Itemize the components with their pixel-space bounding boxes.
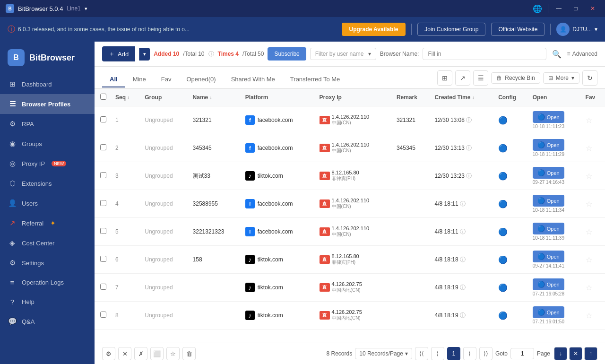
open-button[interactable]: 🔵 Open — [533, 278, 564, 290]
join-customer-group-button[interactable]: Join Customer Group — [417, 23, 485, 36]
row-checkbox-cell[interactable] — [95, 302, 112, 329]
open-button[interactable]: 🔵 Open — [533, 223, 564, 234]
row-checkbox[interactable] — [100, 228, 106, 234]
config-cell[interactable]: 🔵 — [494, 106, 529, 134]
first-page-button[interactable]: ⟨⟨ — [415, 347, 428, 360]
batch-open-button[interactable]: ⚙ — [102, 347, 115, 360]
subscribe-button[interactable]: Subscribe — [268, 47, 306, 61]
last-page-button[interactable]: ⟩⟩ — [479, 347, 493, 360]
seq-sort-icon[interactable]: ↕ — [127, 95, 130, 100]
row-checkbox[interactable] — [100, 256, 106, 262]
add-dropdown-button[interactable]: ▾ — [139, 48, 150, 61]
fav-star-button[interactable]: ☆ — [586, 284, 592, 292]
close-button[interactable]: ✕ — [586, 4, 599, 13]
batch-trash-button[interactable]: 🗑 — [182, 347, 196, 360]
time-info-icon[interactable]: ⓘ — [460, 312, 466, 319]
row-checkbox[interactable] — [100, 200, 106, 206]
time-info-icon[interactable]: ⓘ — [460, 228, 466, 235]
row-checkbox[interactable] — [100, 116, 106, 122]
official-website-button[interactable]: Official Website — [491, 23, 544, 36]
row-checkbox[interactable] — [100, 144, 106, 150]
sidebar-item-qna[interactable]: 💬 Q&A — [0, 312, 95, 331]
batch-delete-button[interactable]: ✗ — [134, 347, 147, 360]
maximize-button[interactable]: □ — [569, 4, 582, 13]
fav-star-button[interactable]: ☆ — [586, 116, 592, 124]
open-button[interactable]: 🔵 Open — [533, 195, 564, 207]
tab-fav[interactable]: Fav — [154, 72, 179, 87]
fingerprint-icon[interactable]: 🔵 — [498, 312, 508, 320]
fingerprint-icon[interactable]: 🔵 — [498, 200, 508, 208]
row-checkbox-cell[interactable] — [95, 274, 112, 302]
row-checkbox-cell[interactable] — [95, 246, 112, 274]
goto-page-input[interactable] — [510, 348, 534, 359]
sidebar-item-groups[interactable]: ◉ Groups — [0, 134, 95, 154]
fingerprint-icon[interactable]: 🔵 — [498, 284, 508, 292]
minimize-button[interactable]: — — [552, 4, 565, 13]
browser-name-input[interactable] — [423, 48, 546, 60]
open-button[interactable]: 🔵 Open — [533, 251, 564, 262]
tab-transferred[interactable]: Transferred To Me — [283, 72, 348, 87]
config-cell[interactable]: 🔵 — [494, 190, 529, 218]
time-info-icon[interactable]: ⓘ — [460, 256, 466, 263]
fingerprint-icon[interactable]: 🔵 — [498, 116, 508, 124]
fav-star-button[interactable]: ☆ — [586, 256, 592, 264]
tab-opened[interactable]: Opened(0) — [179, 72, 223, 87]
tab-mine[interactable]: Mine — [125, 72, 154, 87]
filter-select[interactable]: Filter by user name ▾ — [310, 48, 376, 60]
time-info-icon[interactable]: ⓘ — [466, 173, 472, 179]
fav-star-button[interactable]: ☆ — [586, 228, 592, 236]
list-view-button[interactable]: ☰ — [473, 70, 488, 86]
upgrade-button[interactable]: Upgrade Available — [342, 23, 406, 36]
recycle-bin-button[interactable]: 🗑 Recycle Bin — [491, 72, 540, 84]
collapse-button[interactable]: ↓ — [554, 347, 567, 360]
row-checkbox[interactable] — [100, 312, 106, 318]
select-all-checkbox[interactable] — [100, 94, 106, 100]
batch-close-button[interactable]: ✕ — [118, 347, 131, 360]
refresh-button[interactable]: ↻ — [582, 70, 597, 86]
fit-button[interactable]: ✕ — [569, 347, 582, 360]
open-button[interactable]: 🔵 Open — [533, 139, 564, 151]
prev-page-button[interactable]: ⟨ — [431, 347, 444, 360]
config-cell[interactable]: 🔵 — [494, 134, 529, 162]
time-info-icon[interactable]: ⓘ — [466, 145, 472, 151]
fingerprint-icon[interactable]: 🔵 — [498, 172, 508, 180]
user-area[interactable]: 👤 DJTU... ▾ — [556, 23, 597, 36]
time-info-icon[interactable]: ⓘ — [466, 117, 472, 123]
config-cell[interactable]: 🔵 — [494, 162, 529, 190]
row-checkbox-cell[interactable] — [95, 218, 112, 246]
open-button[interactable]: 🔵 Open — [533, 111, 564, 123]
time-info-icon[interactable]: ⓘ — [460, 284, 466, 291]
fav-star-button[interactable]: ☆ — [586, 200, 592, 208]
per-page-select[interactable]: 10 Records/Page ▾ — [355, 348, 412, 359]
row-checkbox-cell[interactable] — [95, 162, 112, 190]
sidebar-item-cost-center[interactable]: ◈ Cost Center — [0, 233, 95, 253]
open-button[interactable]: 🔵 Open — [533, 306, 564, 318]
page-1-button[interactable]: 1 — [447, 347, 460, 360]
config-cell[interactable]: 🔵 — [494, 246, 529, 274]
tab-shared[interactable]: Shared With Me — [224, 72, 283, 87]
row-checkbox[interactable] — [100, 172, 106, 178]
fingerprint-icon[interactable]: 🔵 — [498, 144, 508, 152]
sidebar-item-operation-logs[interactable]: ≡ Operation Logs — [0, 273, 95, 292]
config-cell[interactable]: 🔵 — [494, 274, 529, 302]
row-checkbox[interactable] — [100, 284, 106, 290]
fav-star-button[interactable]: ☆ — [586, 144, 592, 152]
sidebar-item-extensions[interactable]: ⬡ Extensions — [0, 173, 95, 193]
sidebar-item-dashboard[interactable]: ⊞ Dashboard — [0, 74, 95, 94]
share-button[interactable]: ↗ — [455, 70, 470, 86]
sidebar-item-browser-profiles[interactable]: ☰ Browser Profiles — [0, 94, 95, 114]
sidebar-item-help[interactable]: ? Help — [0, 292, 95, 312]
sidebar-item-referral[interactable]: ↗ Referral ✦ — [0, 213, 95, 233]
time-info-icon[interactable]: ⓘ — [460, 200, 466, 207]
fav-star-button[interactable]: ☆ — [586, 312, 592, 320]
select-all-header[interactable] — [95, 89, 112, 106]
expand-button[interactable]: ↑ — [584, 347, 597, 360]
row-checkbox-cell[interactable] — [95, 134, 112, 162]
batch-star-button[interactable]: ☆ — [166, 347, 180, 360]
dropdown-icon[interactable]: ▾ — [85, 6, 87, 12]
sidebar-item-proxy-ip[interactable]: ◎ Proxy IP NEW — [0, 154, 95, 173]
row-checkbox-cell[interactable] — [95, 190, 112, 218]
advanced-button[interactable]: ≡ Advanced — [567, 51, 597, 57]
row-checkbox-cell[interactable] — [95, 106, 112, 134]
fav-star-button[interactable]: ☆ — [586, 172, 592, 180]
